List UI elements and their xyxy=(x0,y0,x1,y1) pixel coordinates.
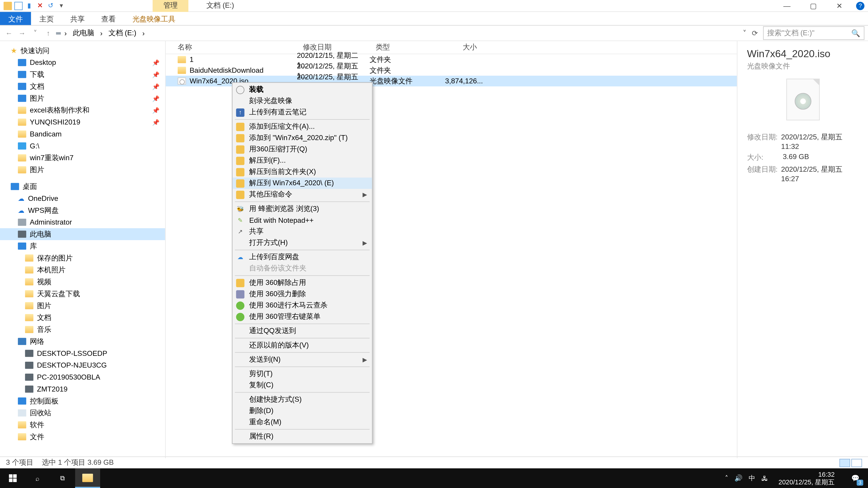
action-center[interactable]: 💬 3 xyxy=(845,468,866,488)
nav-net1[interactable]: DESKTOP-LSSOEDP xyxy=(0,348,165,359)
ctx-open-360zip[interactable]: 用360压缩打开(Q) xyxy=(232,144,372,155)
col-name[interactable]: 名称 xyxy=(166,42,297,53)
contextual-tab-manage[interactable]: 管理 xyxy=(153,0,188,12)
ctx-delete[interactable]: 删除(D) xyxy=(232,405,372,416)
tab-share[interactable]: 共享 xyxy=(62,12,93,25)
nav-files[interactable]: 文件 xyxy=(0,431,165,443)
nav-downloads[interactable]: 下载📌 xyxy=(0,68,165,80)
nav-local-photos[interactable]: 本机照片 xyxy=(0,264,165,276)
tab-file[interactable]: 文件 xyxy=(0,12,31,25)
refresh-button[interactable]: ⟳ xyxy=(749,29,761,37)
file-row[interactable]: BaiduNetdiskDownload 2020/12/25, 星期五 1..… xyxy=(166,65,737,75)
task-view-button[interactable]: ⧉ xyxy=(50,468,75,488)
nav-yunqishi[interactable]: YUNQISHI2019📌 xyxy=(0,116,165,128)
ctx-send-to[interactable]: 发送到(N)▶ xyxy=(232,354,372,365)
ctx-copy[interactable]: 复制(C) xyxy=(232,380,372,391)
minimize-button[interactable]: — xyxy=(774,0,800,11)
address-dropdown-icon[interactable]: ˅ xyxy=(743,29,746,37)
nav-admin[interactable]: Administrator xyxy=(0,216,165,228)
nav-pics[interactable]: 图片📌 xyxy=(0,92,165,104)
ctx-360-manage-menu[interactable]: 使用 360管理右键菜单 xyxy=(232,311,372,322)
nav-onedrive[interactable]: ☁OneDrive xyxy=(0,193,165,204)
nav-wps[interactable]: ☁WPS网盘 xyxy=(0,204,165,217)
close-button[interactable]: ✕ xyxy=(826,0,852,11)
pin-blue-icon[interactable]: ▮ xyxy=(25,2,33,10)
nav-excel[interactable]: excel表格制作求和📌 xyxy=(0,104,165,116)
tray-chevron-icon[interactable]: ˄ xyxy=(725,474,728,482)
crumb-location[interactable]: 文档 (E:) xyxy=(106,27,138,39)
ctx-360-trojan-scan[interactable]: 使用 360进行木马云查杀 xyxy=(232,300,372,311)
nav-win7re[interactable]: win7重装win7 xyxy=(0,152,165,164)
ctx-open-with[interactable]: 打开方式(H)▶ xyxy=(232,237,372,249)
ctx-other-archive[interactable]: 其他压缩命令▶ xyxy=(232,189,372,200)
nav-lib-music[interactable]: 音乐 xyxy=(0,324,165,335)
maximize-button[interactable]: ▢ xyxy=(800,0,826,11)
ctx-qq-send[interactable]: 通过QQ发送到 xyxy=(232,325,372,337)
nav-desktop[interactable]: Desktop📌 xyxy=(0,57,165,69)
ime-indicator[interactable]: 中 xyxy=(749,474,755,483)
volume-icon[interactable]: 🔊 xyxy=(735,474,743,482)
ctx-create-shortcut[interactable]: 创建快捷方式(S) xyxy=(232,394,372,405)
checkbox-icon[interactable] xyxy=(14,2,23,10)
crumb-thispc[interactable]: 此电脑 xyxy=(70,27,96,39)
up-button[interactable]: ↑ xyxy=(43,29,54,37)
column-headers[interactable]: 名称 修改日期 类型 大小 xyxy=(166,41,737,54)
ctx-honey-browser[interactable]: 🐝用 蜂蜜浏览器 浏览(3) xyxy=(232,203,372,215)
network-icon[interactable]: 🖧 xyxy=(761,475,768,482)
ctx-cut[interactable]: 剪切(T) xyxy=(232,368,372,380)
nav-net3[interactable]: PC-20190530OBLA xyxy=(0,371,165,383)
ctx-notepad-plus[interactable]: ✎Edit with Notepad++ xyxy=(232,215,372,226)
start-button[interactable] xyxy=(0,468,25,488)
nav-gdrive[interactable]: G:\ xyxy=(0,140,165,152)
ctx-baidu-upload[interactable]: ☁上传到百度网盘 xyxy=(232,252,372,263)
tab-view[interactable]: 查看 xyxy=(93,12,124,25)
delete-red-icon[interactable]: ✕ xyxy=(36,2,44,10)
ctx-360-unlock[interactable]: 使用 360解除占用 xyxy=(232,277,372,288)
ctx-360-force-delete[interactable]: 使用 360强力删除 xyxy=(232,289,372,300)
ctx-rename[interactable]: 重命名(M) xyxy=(232,417,372,428)
ctx-add-zip[interactable]: 添加到 "Win7x64_2020.zip" (T) xyxy=(232,132,372,144)
breadcrumb[interactable]: › 此电脑 › 文档 (E:) › xyxy=(56,27,741,39)
nav-saved-pics[interactable]: 保存的图片 xyxy=(0,252,165,264)
nav-software[interactable]: 软件 xyxy=(0,419,165,431)
ctx-extract-to[interactable]: 解压到(F)... xyxy=(232,155,372,166)
search-button[interactable]: ⌕ xyxy=(25,468,50,488)
file-row[interactable]: 1 2020/12/15, 星期二 1... 文件夹 xyxy=(166,54,737,65)
help-icon[interactable]: ? xyxy=(856,2,864,10)
nav-lib-docs[interactable]: 文档 xyxy=(0,312,165,324)
ctx-youdao[interactable]: ↑上传到有道云笔记 xyxy=(232,107,372,118)
ctx-properties[interactable]: 属性(R) xyxy=(232,431,372,442)
nav-thispc[interactable]: 此电脑 xyxy=(0,228,165,240)
nav-pics2[interactable]: 图片 xyxy=(0,164,165,176)
nav-bandicam[interactable]: Bandicam xyxy=(0,128,165,140)
forward-button[interactable]: → xyxy=(17,29,27,37)
undo-icon[interactable]: ↺ xyxy=(46,2,55,10)
nav-recycle[interactable]: 回收站 xyxy=(0,407,165,419)
nav-video[interactable]: 视频 xyxy=(0,276,165,288)
ctx-burn[interactable]: 刻录光盘映像 xyxy=(232,95,372,107)
quick-access[interactable]: ★快速访问 xyxy=(0,45,165,57)
col-type[interactable]: 类型 xyxy=(370,42,429,53)
tab-home[interactable]: 主页 xyxy=(31,12,62,25)
tab-iso-tools[interactable]: 光盘映像工具 xyxy=(124,12,184,25)
nav-lib-pics[interactable]: 图片 xyxy=(0,300,165,312)
ctx-share[interactable]: ↗共享 xyxy=(232,226,372,237)
back-button[interactable]: ← xyxy=(4,29,14,37)
search-input[interactable]: 搜索"文档 (E:)" 🔍 xyxy=(763,26,864,40)
ctx-extract-folder[interactable]: 解压到 Win7x64_2020\ (E) xyxy=(232,177,372,189)
nav-net2[interactable]: DESKTOP-NJEU3CG xyxy=(0,359,165,371)
nav-desktop-group[interactable]: 桌面 xyxy=(0,181,165,193)
view-tiles-button[interactable] xyxy=(851,458,862,467)
ctx-restore-version[interactable]: 还原以前的版本(V) xyxy=(232,339,372,351)
nav-net4[interactable]: ZMT2019 xyxy=(0,383,165,395)
nav-docs[interactable]: 文档📌 xyxy=(0,80,165,92)
recent-dropdown[interactable]: ˅ xyxy=(30,29,40,37)
ctx-add-archive[interactable]: 添加到压缩文件(A)... xyxy=(232,121,372,132)
qat-dropdown-icon[interactable]: ▾ xyxy=(57,2,66,10)
clock[interactable]: 16:32 2020/12/25, 星期五 xyxy=(774,471,839,486)
explorer-task[interactable] xyxy=(75,468,100,488)
col-size[interactable]: 大小 xyxy=(429,42,483,53)
nav-network[interactable]: 网络 xyxy=(0,335,165,348)
ctx-mount[interactable]: 装载 xyxy=(232,84,372,95)
nav-lib[interactable]: 库 xyxy=(0,240,165,252)
